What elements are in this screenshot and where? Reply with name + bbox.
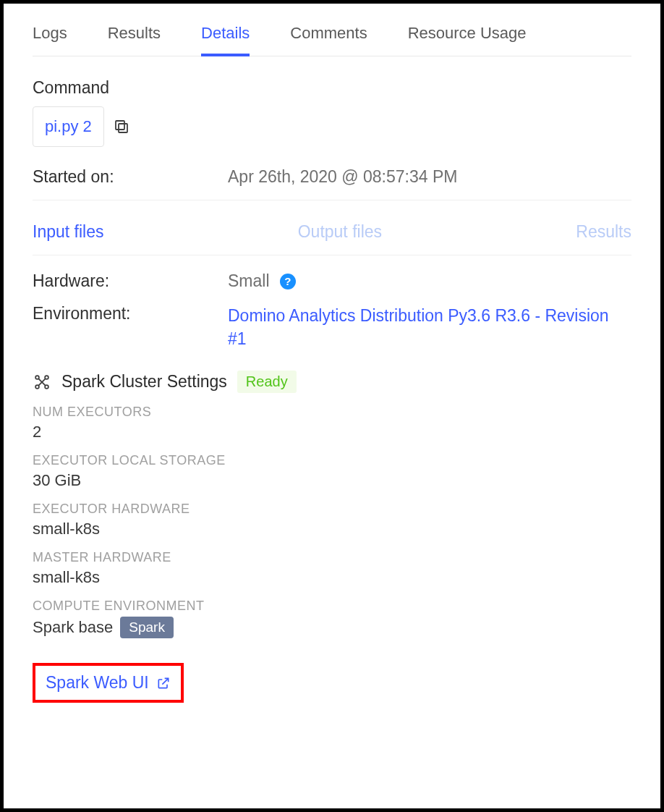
executor-storage-label: EXECUTOR LOCAL STORAGE: [33, 453, 631, 468]
spark-web-ui-link[interactable]: Spark Web UI: [46, 673, 149, 693]
compute-env-value: Spark base Spark: [33, 617, 631, 638]
compute-env-text: Spark base: [33, 618, 113, 637]
tab-comments[interactable]: Comments: [290, 18, 367, 56]
tab-bar: Logs Results Details Comments Resource U…: [33, 18, 631, 56]
hardware-value: Small ?: [228, 271, 631, 291]
tab-logs[interactable]: Logs: [33, 18, 67, 56]
svg-rect-1: [116, 121, 124, 130]
hardware-text: Small: [228, 271, 270, 290]
svg-rect-0: [119, 124, 127, 132]
environment-row: Environment: Domino Analytics Distributi…: [33, 304, 631, 350]
executor-storage-value: 30 GiB: [33, 471, 631, 490]
output-files-tab: Output files: [298, 222, 382, 242]
num-executors-label: NUM EXECUTORS: [33, 405, 631, 420]
external-link-icon[interactable]: [156, 676, 171, 690]
master-hardware-label: MASTER HARDWARE: [33, 550, 631, 565]
spark-settings-title: Spark Cluster Settings: [61, 372, 227, 392]
spark-settings-header: Spark Cluster Settings Ready: [33, 371, 631, 393]
command-row: pi.py 2: [33, 106, 631, 147]
cluster-icon: [33, 373, 51, 392]
started-on-row: Started on: Apr 26th, 2020 @ 08:57:34 PM: [33, 167, 631, 187]
num-executors-value: 2: [33, 423, 631, 441]
environment-label: Environment:: [33, 304, 228, 323]
divider: [33, 200, 631, 200]
command-label: Command: [33, 78, 631, 98]
spark-web-ui-highlight: Spark Web UI: [33, 663, 184, 703]
results-tab: Results: [576, 222, 631, 242]
tab-resource-usage[interactable]: Resource Usage: [408, 18, 527, 56]
master-hardware-value: small-k8s: [33, 568, 631, 587]
command-value: pi.py 2: [33, 106, 104, 147]
started-on-value: Apr 26th, 2020 @ 08:57:34 PM: [228, 167, 631, 187]
environment-link[interactable]: Domino Analytics Distribution Py3.6 R3.6…: [228, 304, 631, 350]
tab-details[interactable]: Details: [201, 18, 250, 56]
executor-hardware-value: small-k8s: [33, 520, 631, 538]
hardware-label: Hardware:: [33, 271, 228, 291]
executor-hardware-label: EXECUTOR HARDWARE: [33, 502, 631, 517]
spark-status-badge: Ready: [237, 371, 297, 393]
hardware-row: Hardware: Small ?: [33, 271, 631, 291]
input-files-tab[interactable]: Input files: [33, 222, 103, 242]
divider: [33, 255, 631, 255]
compute-env-label: COMPUTE ENVIRONMENT: [33, 599, 631, 614]
files-tabs: Input files Output files Results: [33, 222, 631, 242]
spark-chip: Spark: [120, 617, 174, 638]
started-on-label: Started on:: [33, 167, 228, 187]
help-icon[interactable]: ?: [280, 274, 296, 289]
tab-results[interactable]: Results: [108, 18, 161, 56]
copy-icon[interactable]: [113, 118, 130, 135]
